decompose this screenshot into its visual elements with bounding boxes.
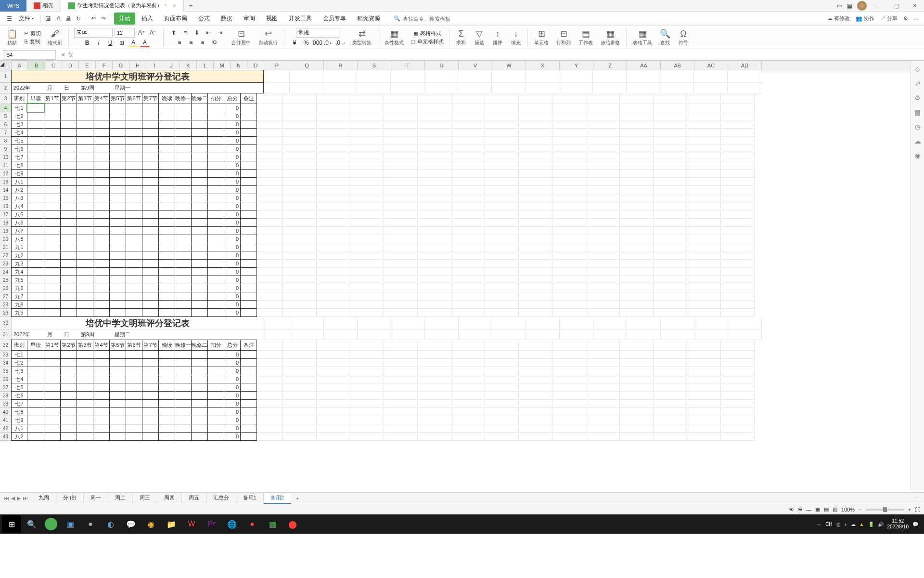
cell[interactable] — [207, 210, 224, 219]
cell[interactable] — [283, 153, 317, 161]
cell[interactable] — [27, 144, 44, 153]
cell[interactable] — [687, 383, 721, 392]
cell[interactable] — [492, 83, 526, 93]
cell[interactable] — [77, 177, 93, 186]
cell[interactable] — [654, 309, 687, 317]
cell[interactable] — [552, 129, 586, 137]
col-header[interactable]: U — [425, 61, 459, 70]
cell[interactable] — [175, 259, 192, 268]
cell[interactable] — [350, 392, 384, 400]
task-stop-icon[interactable]: ⬤ — [283, 515, 302, 533]
cell[interactable] — [350, 186, 384, 194]
cell[interactable] — [191, 276, 208, 284]
cell[interactable] — [191, 104, 208, 112]
cell[interactable] — [519, 301, 552, 309]
sheet-prev-icon[interactable]: ◀ — [11, 495, 15, 501]
cell[interactable] — [93, 161, 110, 170]
cell[interactable] — [175, 284, 192, 292]
cell[interactable] — [158, 267, 175, 276]
cell[interactable] — [654, 301, 687, 309]
cell[interactable] — [175, 153, 192, 161]
cell[interactable] — [654, 340, 687, 351]
cell[interactable] — [384, 104, 418, 112]
cell[interactable] — [485, 194, 519, 202]
cell[interactable]: 八4 — [11, 202, 27, 210]
cell[interactable] — [158, 169, 175, 178]
cell[interactable] — [485, 137, 519, 145]
cell[interactable]: 八1 — [11, 177, 27, 186]
cell[interactable] — [593, 329, 627, 340]
cell[interactable] — [350, 375, 384, 383]
cell[interactable] — [142, 276, 159, 284]
cell[interactable] — [620, 309, 654, 317]
cell[interactable] — [191, 218, 208, 227]
cell[interactable] — [519, 251, 552, 260]
cell[interactable] — [27, 177, 44, 186]
cell[interactable] — [109, 375, 126, 383]
cell[interactable] — [191, 169, 208, 178]
cell[interactable] — [126, 112, 142, 120]
cell[interactable] — [257, 359, 283, 367]
tray-icon4[interactable]: ▲ — [860, 522, 864, 527]
tab-member[interactable]: 会员专享 — [318, 13, 351, 25]
table-tools-button[interactable]: ▦表格工具 — [630, 27, 655, 47]
orientation-icon[interactable]: ⟲ — [209, 38, 219, 47]
row-header[interactable]: 5 — [0, 112, 12, 120]
cell[interactable]: 晚读 — [158, 93, 175, 104]
cell[interactable] — [384, 120, 418, 129]
cell[interactable] — [350, 243, 384, 251]
cell[interactable] — [77, 210, 93, 219]
cell[interactable] — [283, 170, 317, 178]
cell[interactable] — [126, 120, 142, 129]
view-normal-icon[interactable]: ▦ — [815, 506, 820, 512]
cell[interactable] — [283, 137, 317, 145]
cell[interactable] — [142, 383, 159, 392]
cell[interactable] — [552, 284, 586, 292]
cell[interactable] — [158, 284, 175, 292]
cell[interactable] — [60, 407, 77, 416]
cell[interactable] — [60, 383, 77, 392]
cell[interactable] — [519, 153, 552, 161]
cell[interactable] — [519, 178, 552, 186]
cell[interactable] — [721, 268, 755, 276]
avatar[interactable] — [857, 1, 867, 11]
cell[interactable] — [654, 375, 687, 383]
cell[interactable] — [586, 433, 620, 441]
cell[interactable] — [240, 153, 257, 161]
cell[interactable] — [126, 185, 142, 194]
indent-right-icon[interactable]: ⇥ — [215, 28, 225, 37]
cell[interactable] — [519, 276, 552, 284]
cell[interactable] — [526, 317, 560, 329]
cell[interactable] — [158, 367, 175, 375]
col-header[interactable]: S — [358, 61, 391, 70]
row-header[interactable]: 6 — [0, 120, 12, 129]
cell[interactable] — [93, 424, 110, 433]
cell[interactable] — [485, 359, 519, 367]
cell[interactable] — [207, 120, 224, 129]
cell[interactable] — [93, 407, 110, 416]
cell[interactable] — [60, 416, 77, 424]
cell[interactable] — [257, 433, 283, 441]
cell[interactable] — [27, 407, 44, 416]
cell[interactable] — [126, 128, 142, 137]
cell[interactable] — [93, 194, 110, 202]
cell[interactable] — [519, 129, 552, 137]
cell[interactable] — [552, 202, 586, 210]
cell[interactable] — [620, 392, 654, 400]
cell[interactable] — [283, 276, 317, 284]
cell[interactable] — [586, 367, 620, 375]
cell[interactable] — [687, 153, 721, 161]
cell[interactable] — [60, 276, 77, 284]
row-header[interactable]: 18 — [0, 219, 12, 227]
cell[interactable] — [317, 227, 350, 235]
cell[interactable] — [418, 145, 451, 153]
chevron-up-icon[interactable]: ︿ — [914, 15, 919, 22]
row-header[interactable]: 1 — [0, 70, 12, 83]
cell[interactable]: 0 — [224, 416, 241, 424]
cell[interactable] — [44, 284, 61, 292]
cell[interactable] — [451, 120, 485, 129]
cell[interactable]: 晚修一 — [175, 93, 192, 104]
row-header[interactable]: 14 — [0, 186, 12, 194]
cell[interactable] — [721, 292, 755, 301]
align-middle-icon[interactable]: ≡ — [180, 28, 190, 37]
